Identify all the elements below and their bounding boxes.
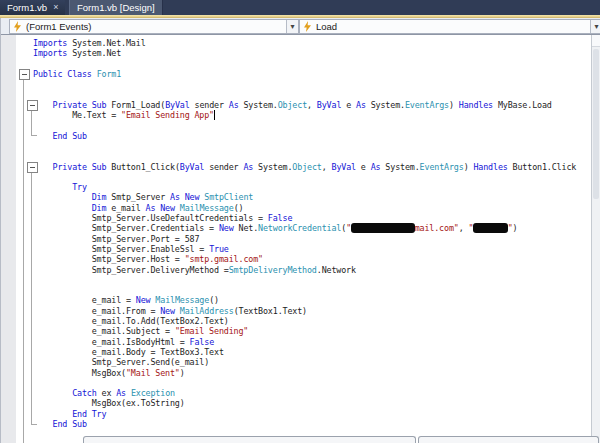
code-line xyxy=(33,79,593,89)
events-dropdown-value: Load xyxy=(316,21,590,32)
code-line xyxy=(33,59,593,69)
code-line: Imports System.Net xyxy=(33,48,593,58)
code-line: Imports System.Net.Mail xyxy=(33,38,593,48)
code-line: End Try xyxy=(33,409,593,419)
code-line: End Sub xyxy=(33,419,593,429)
event-lightning-icon xyxy=(14,21,21,32)
window-edge xyxy=(0,18,1,443)
code-line: Smtp_Server.DeliveryMethod =SmtpDelivery… xyxy=(33,265,593,275)
tab-form1-vb-design[interactable]: Form1.vb [Design] xyxy=(69,0,163,15)
events-dropdown[interactable]: Load ▾ xyxy=(299,19,600,34)
document-tab-bar: Form1.vb × Form1.vb [Design] xyxy=(0,0,600,15)
objects-dropdown-value: (Form1 Events) xyxy=(26,21,286,32)
outline-line xyxy=(31,111,32,135)
redacted-credential xyxy=(351,223,415,233)
code-line: e_mail.IsBodyHtml = False xyxy=(33,337,593,347)
code-line: Smtp_Server.Port = 587 xyxy=(33,234,593,244)
code-line xyxy=(33,151,593,161)
code-line xyxy=(33,275,593,285)
code-line: Dim e_mail As New MailMessage() xyxy=(33,203,593,213)
code-line xyxy=(33,141,593,151)
chevron-down-icon[interactable]: ▾ xyxy=(590,20,600,33)
outline-end-tick xyxy=(31,135,37,136)
code-line: MsgBox(ex.ToString) xyxy=(33,398,593,408)
code-line: Private Sub Form1_Load(ByVal sender As S… xyxy=(33,100,593,110)
text-caret xyxy=(214,110,215,120)
vertical-scrollbar[interactable] xyxy=(591,35,600,443)
code-line xyxy=(33,89,593,99)
code-line xyxy=(33,378,593,388)
outline-line xyxy=(31,173,32,424)
code-line: Me.Text = "Email Sending App" xyxy=(33,110,593,120)
breakpoint-margin[interactable] xyxy=(0,35,16,443)
close-icon[interactable]: × xyxy=(53,3,58,12)
collapse-region-button[interactable] xyxy=(19,69,30,80)
event-lightning-icon xyxy=(304,21,311,32)
code-line: Smtp_Server.EnableSsl = True xyxy=(33,244,593,254)
code-line: e_mail.Body = TextBox3.Text xyxy=(33,347,593,357)
horizontal-scrollbar[interactable] xyxy=(418,436,599,443)
scroll-up-button[interactable] xyxy=(592,35,600,47)
visual-studio-editor-window: Form1.vb × Form1.vb [Design] (Form1 Even… xyxy=(0,0,600,443)
code-line: e_mail = New MailMessage() xyxy=(33,295,593,305)
code-line: End Sub xyxy=(33,131,593,141)
code-line xyxy=(33,172,593,182)
code-line: Smtp_Server.UseDefaultCredentials = Fals… xyxy=(33,213,593,223)
code-line: e_mail.Subject = "Email Sending" xyxy=(33,326,593,336)
collapse-region-button[interactable] xyxy=(27,100,38,111)
tab-label: Form1.vb [Design] xyxy=(77,2,155,13)
code-line xyxy=(33,120,593,130)
code-line: Try xyxy=(33,182,593,192)
code-editor[interactable]: Imports System.Net.MailImports System.Ne… xyxy=(0,35,600,443)
chevron-down-icon[interactable]: ▾ xyxy=(286,20,298,33)
redacted-credential xyxy=(473,223,507,233)
code-line: Private Sub Button1_Click(ByVal sender A… xyxy=(33,162,593,172)
code-line: Public Class Form1 xyxy=(33,69,593,79)
tab-form1-vb[interactable]: Form1.vb × xyxy=(0,0,65,15)
code-line: e_mail.To.Add(TextBox2.Text) xyxy=(33,316,593,326)
code-line xyxy=(33,285,593,295)
code-line: Smtp_Server.Credentials = New Net.Networ… xyxy=(33,223,593,233)
code-line: Smtp_Server.Send(e_mail) xyxy=(33,357,593,367)
scrollbar-thumb[interactable] xyxy=(593,49,599,199)
code-line: Smtp_Server.Host = "smtp.gmail.com" xyxy=(33,254,593,264)
navigation-bar: (Form1 Events) ▾ Load ▾ xyxy=(0,18,600,35)
code-line: e_mail.From = New MailAddress(TextBox1.T… xyxy=(33,306,593,316)
outline-line xyxy=(23,80,24,443)
code-line: Catch ex As Exception xyxy=(33,388,593,398)
outline-end-tick xyxy=(31,424,37,425)
code-line: Dim Smtp_Server As New SmtpClient xyxy=(33,192,593,202)
tab-label: Form1.vb xyxy=(7,2,47,13)
collapse-region-button[interactable] xyxy=(27,162,38,173)
code-text[interactable]: Imports System.Net.MailImports System.Ne… xyxy=(33,38,593,429)
horizontal-scrollbar[interactable] xyxy=(83,436,416,443)
code-line: MsgBox("Mail Sent") xyxy=(33,368,593,378)
objects-dropdown[interactable]: (Form1 Events) ▾ xyxy=(9,19,299,34)
